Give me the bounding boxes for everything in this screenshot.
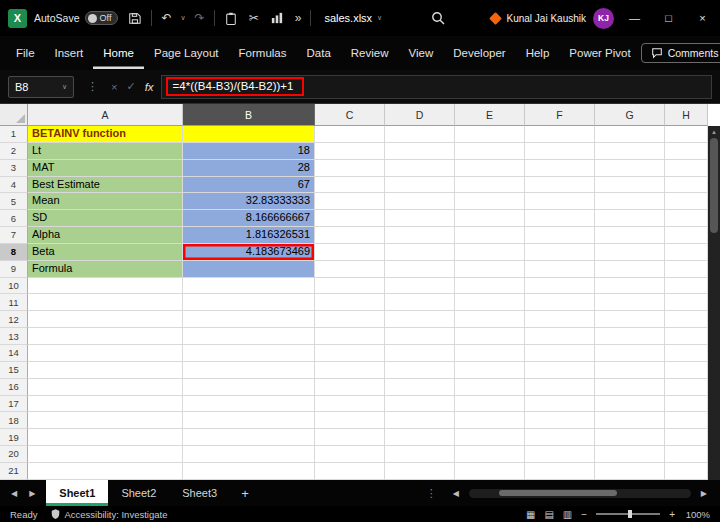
cell-H2[interactable] (665, 143, 708, 160)
zoom-level[interactable]: 100% (684, 509, 710, 520)
cell-A10[interactable] (28, 278, 183, 295)
excel-logo-icon[interactable] (8, 9, 27, 28)
comments-button[interactable]: Comments (641, 43, 720, 63)
name-box[interactable]: B8 ∨ (8, 76, 74, 98)
column-header-H[interactable]: H (665, 104, 708, 126)
cell-H11[interactable] (665, 294, 708, 311)
hscroll-track[interactable] (469, 489, 691, 498)
cell-F15[interactable] (525, 362, 595, 379)
cell-E2[interactable] (455, 143, 525, 160)
cell-A5[interactable]: Mean (28, 193, 183, 210)
cell-E10[interactable] (455, 278, 525, 295)
cell-H15[interactable] (665, 362, 708, 379)
cell-E15[interactable] (455, 362, 525, 379)
cell-F12[interactable] (525, 311, 595, 328)
active-cell-B8[interactable]: 4.183673469 (183, 244, 315, 261)
cell-F10[interactable] (525, 278, 595, 295)
cell-A11[interactable] (28, 294, 183, 311)
cell-A1[interactable]: BETAINV function (28, 126, 183, 143)
cell-E12[interactable] (455, 311, 525, 328)
close-button[interactable]: × (689, 0, 716, 36)
cell-C21[interactable] (315, 463, 385, 480)
cell-A4[interactable]: Best Estimate (28, 177, 183, 194)
cell-A8[interactable]: Beta (28, 244, 183, 261)
cell-D20[interactable] (385, 446, 455, 463)
row-header-9[interactable]: 9 (0, 261, 28, 278)
cell-F21[interactable] (525, 463, 595, 480)
cell-E18[interactable] (455, 412, 525, 429)
row-header-15[interactable]: 15 (0, 362, 28, 379)
cancel-icon[interactable]: × (111, 81, 117, 93)
cell-H18[interactable] (665, 412, 708, 429)
cell-B9[interactable] (183, 261, 315, 278)
ribbon-tab-power-pivot[interactable]: Power Pivot (559, 38, 640, 69)
ribbon-tab-page-layout[interactable]: Page Layout (144, 38, 229, 69)
autosave-toggle[interactable]: AutoSave Off (34, 11, 118, 25)
row-header-20[interactable]: 20 (0, 446, 28, 463)
row-header-1[interactable]: 1 (0, 126, 28, 143)
cell-G1[interactable] (595, 126, 665, 143)
row-header-21[interactable]: 21 (0, 463, 28, 480)
cell-B7[interactable]: 1.816326531 (183, 227, 315, 244)
cell-D10[interactable] (385, 278, 455, 295)
cell-E21[interactable] (455, 463, 525, 480)
tab-scroll-divider-icon[interactable]: ⋮ (420, 487, 443, 500)
row-header-14[interactable]: 14 (0, 345, 28, 362)
cell-F4[interactable] (525, 177, 595, 194)
cell-D4[interactable] (385, 177, 455, 194)
cell-A18[interactable] (28, 412, 183, 429)
cell-D9[interactable] (385, 261, 455, 278)
row-header-5[interactable]: 5 (0, 193, 28, 210)
cell-E7[interactable] (455, 227, 525, 244)
cell-E17[interactable] (455, 396, 525, 413)
cell-C13[interactable] (315, 328, 385, 345)
avatar[interactable]: KJ (593, 8, 614, 29)
cell-G2[interactable] (595, 143, 665, 160)
cell-H16[interactable] (665, 379, 708, 396)
cell-D11[interactable] (385, 294, 455, 311)
vertical-scrollbar[interactable]: ▲ (708, 126, 720, 480)
cell-D17[interactable] (385, 396, 455, 413)
cell-C19[interactable] (315, 429, 385, 446)
cell-D19[interactable] (385, 429, 455, 446)
cut-icon[interactable]: ✂ (247, 12, 261, 24)
cell-H9[interactable] (665, 261, 708, 278)
cell-D7[interactable] (385, 227, 455, 244)
cell-B3[interactable]: 28 (183, 160, 315, 177)
row-header-18[interactable]: 18 (0, 412, 28, 429)
cell-A16[interactable] (28, 379, 183, 396)
column-header-C[interactable]: C (315, 104, 385, 126)
cell-D8[interactable] (385, 244, 455, 261)
cell-F8[interactable] (525, 244, 595, 261)
ribbon-tab-developer[interactable]: Developer (443, 38, 515, 69)
ribbon-tab-review[interactable]: Review (341, 38, 399, 69)
zoom-slider[interactable] (596, 513, 660, 515)
more-commands-icon[interactable]: » (293, 12, 304, 24)
cell-F11[interactable] (525, 294, 595, 311)
insert-function-icon[interactable]: fx (145, 81, 154, 93)
sheet-nav-right-icon[interactable]: ▶ (24, 489, 40, 498)
ribbon-tab-data[interactable]: Data (297, 38, 341, 69)
page-layout-view-icon[interactable]: ▤ (544, 509, 553, 520)
row-header-16[interactable]: 16 (0, 379, 28, 396)
cell-B4[interactable]: 67 (183, 177, 315, 194)
cell-E14[interactable] (455, 345, 525, 362)
cell-F13[interactable] (525, 328, 595, 345)
cell-F19[interactable] (525, 429, 595, 446)
cell-H3[interactable] (665, 160, 708, 177)
cell-B14[interactable] (183, 345, 315, 362)
cell-G18[interactable] (595, 412, 665, 429)
cell-B16[interactable] (183, 379, 315, 396)
cell-H21[interactable] (665, 463, 708, 480)
cell-H19[interactable] (665, 429, 708, 446)
cell-D1[interactable] (385, 126, 455, 143)
cell-E19[interactable] (455, 429, 525, 446)
ribbon-tab-view[interactable]: View (399, 38, 444, 69)
cell-G19[interactable] (595, 429, 665, 446)
cell-F17[interactable] (525, 396, 595, 413)
cell-D6[interactable] (385, 210, 455, 227)
cell-E11[interactable] (455, 294, 525, 311)
cell-F1[interactable] (525, 126, 595, 143)
cell-C5[interactable] (315, 193, 385, 210)
cell-D13[interactable] (385, 328, 455, 345)
